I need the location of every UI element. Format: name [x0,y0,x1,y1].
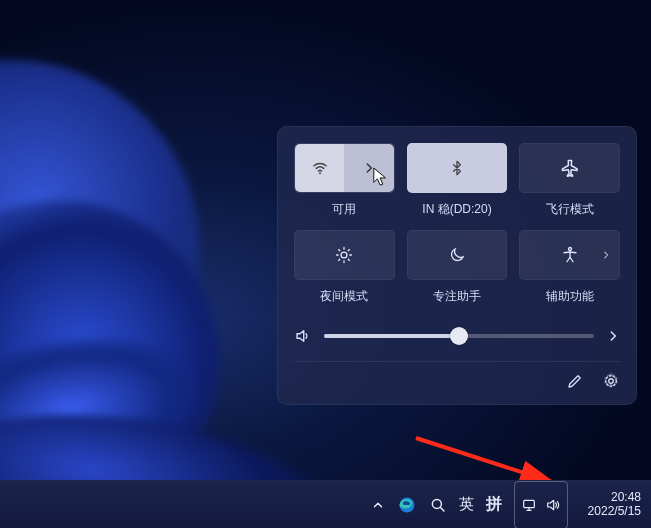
svg-line-4 [416,438,552,482]
taskbar: 英 拼 20:48 2022/5/15 [0,480,651,528]
audio-output-expand-button[interactable] [606,329,620,343]
volume-slider[interactable] [324,334,594,338]
focus-icon [448,246,466,264]
focus-tile-label: 专注助手 [433,288,481,305]
accessibility-tile-button[interactable] [519,230,620,280]
bluetooth-icon [449,158,465,178]
svg-point-0 [319,172,321,174]
edit-quick-settings-button[interactable] [566,372,584,390]
tile-item-wifi: 可用 [294,143,395,218]
focus-tile-button[interactable] [407,230,508,280]
airplane-tile-button[interactable] [519,143,620,193]
wifi-expand-button[interactable] [344,144,393,192]
clock-date: 2022/5/15 [588,505,641,519]
svg-line-7 [440,507,444,511]
volume-icon[interactable] [294,327,312,345]
tray-overflow-button[interactable] [371,481,385,529]
svg-rect-8 [523,500,534,507]
ime-mode-button[interactable]: 拼 [486,481,502,529]
sound-icon [545,497,561,513]
accessibility-icon [561,246,579,264]
ime-language-button[interactable]: 英 [459,481,474,529]
wifi-toggle-button[interactable] [295,144,344,192]
tile-item-airplane: 飞行模式 [519,143,620,218]
search-tray-icon[interactable] [429,481,447,529]
svg-point-3 [609,379,614,384]
bluetooth-tile-button[interactable] [407,143,508,193]
tile-item-accessibility: 辅助功能 [519,230,620,305]
quick-settings-panel: 可用 IN 稳(DD:20) 飞行模式 [277,126,637,405]
clock-time: 20:48 [611,491,641,505]
tile-item-nightlight: 夜间模式 [294,230,395,305]
network-sound-tray-button[interactable] [514,481,568,529]
airplane-tile-label: 飞行模式 [546,201,594,218]
nightlight-icon [334,245,354,265]
tile-item-bluetooth: IN 稳(DD:20) [407,143,508,218]
wifi-tile [294,143,395,193]
edge-taskbar-icon[interactable] [397,481,417,529]
wifi-icon [311,159,329,177]
volume-slider-thumb[interactable] [450,327,468,345]
taskbar-clock[interactable]: 20:48 2022/5/15 [588,481,641,529]
accessibility-tile-label: 辅助功能 [546,288,594,305]
system-tray: 英 拼 20:48 2022/5/15 [371,481,641,529]
nightlight-tile-label: 夜间模式 [320,288,368,305]
bluetooth-tile-label: IN 稳(DD:20) [422,201,491,218]
volume-row [294,327,620,345]
network-icon [521,497,537,513]
svg-point-2 [568,248,571,251]
chevron-right-icon [362,161,376,175]
quick-settings-footer [294,361,620,390]
wifi-tile-label: 可用 [332,201,356,218]
volume-slider-fill [324,334,459,338]
tile-item-focus: 专注助手 [407,230,508,305]
svg-point-1 [341,252,347,258]
open-settings-button[interactable] [602,372,620,390]
airplane-icon [560,158,580,178]
quick-settings-grid: 可用 IN 稳(DD:20) 飞行模式 [294,143,620,305]
nightlight-tile-button[interactable] [294,230,395,280]
chevron-right-icon [601,250,611,260]
